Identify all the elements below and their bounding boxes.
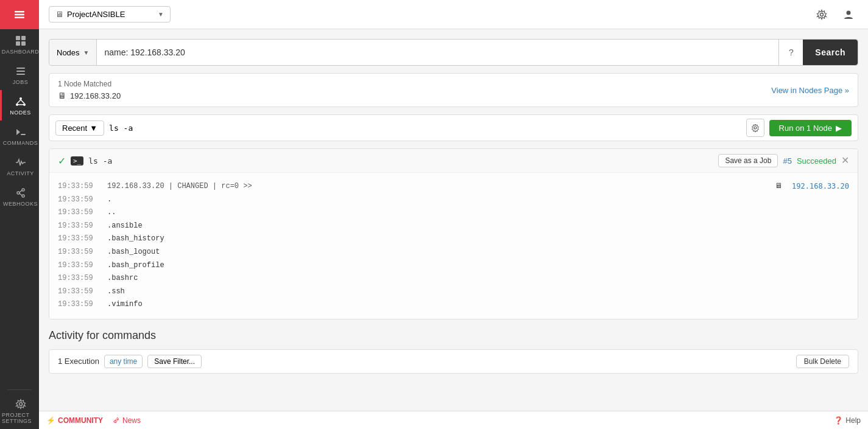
- result-row: 19:33:59.viminfo: [58, 298, 849, 312]
- svg-rect-4: [21, 36, 26, 40]
- svg-marker-16: [16, 129, 20, 135]
- help-link[interactable]: ❓ Help: [834, 416, 861, 425]
- search-submit-button[interactable]: Search: [803, 40, 858, 65]
- search-input-display[interactable]: name: 192.168.33.20: [97, 40, 778, 65]
- recent-dropdown-icon: ▼: [90, 124, 97, 133]
- result-job-link[interactable]: #5: [783, 156, 791, 166]
- result-row: 19:33:59.: [58, 194, 849, 207]
- node-host-address: 192.168.33.20: [70, 91, 121, 100]
- execution-count: 1 Execution: [58, 357, 99, 366]
- result-time: 19:33:59: [58, 232, 97, 246]
- view-nodes-link[interactable]: View in Nodes Page »: [771, 86, 849, 95]
- recent-button[interactable]: Recent ▼: [55, 120, 104, 136]
- result-row: 19:33:59..: [58, 206, 849, 220]
- svg-point-23: [19, 403, 22, 406]
- result-content: 192.168.33.20 | CHANGED | rc=0 >>: [107, 180, 252, 194]
- activity-title: Activity for commands: [49, 329, 858, 342]
- community-link[interactable]: ⚡ COMMUNITY: [46, 416, 103, 425]
- svg-rect-7: [16, 68, 25, 69]
- news-icon: 🗞: [113, 416, 120, 425]
- search-help-button[interactable]: ?: [778, 40, 803, 65]
- command-bar: Recent ▼ Run on 1 Node ▶: [49, 114, 858, 141]
- result-header: ✓ >_ ls -a Save as a Job #5 Succeeded ✕: [49, 149, 858, 173]
- result-success-icon: ✓: [58, 155, 66, 167]
- result-close-button[interactable]: ✕: [841, 156, 849, 166]
- result-host-link[interactable]: 192.168.33.20: [792, 180, 849, 194]
- node-matched-bar: 1 Node Matched 🖥 192.168.33.20 View in N…: [49, 73, 858, 107]
- svg-point-20: [22, 195, 24, 197]
- result-content: .bashrc: [107, 272, 138, 285]
- help-icon: ?: [789, 47, 794, 57]
- sidebar-item-nodes[interactable]: NODES: [0, 90, 39, 120]
- sidebar-item-webhooks[interactable]: WEBHOOKS: [0, 181, 39, 212]
- svg-point-24: [820, 13, 824, 16]
- result-row: 19:33:59.bash_history: [58, 232, 849, 246]
- community-label: COMMUNITY: [58, 416, 103, 425]
- svg-point-18: [17, 192, 19, 194]
- sidebar-label-webhooks: WEBHOOKS: [3, 201, 38, 207]
- nodes-dropdown-icon: ▼: [83, 49, 90, 56]
- save-filter-button[interactable]: Save Filter...: [147, 355, 202, 368]
- save-job-button[interactable]: Save as a Job: [718, 154, 778, 167]
- result-content: ..: [107, 206, 116, 220]
- result-command-label: ls -a: [88, 156, 112, 166]
- result-time: 19:33:59: [58, 194, 97, 207]
- sidebar-label-nodes: NODES: [10, 110, 31, 116]
- sidebar-item-jobs[interactable]: JOBS: [0, 60, 39, 90]
- community-icon: ⚡: [46, 416, 55, 425]
- result-time: 19:33:59: [58, 298, 97, 312]
- bulk-delete-button[interactable]: Bulk Delete: [796, 355, 849, 368]
- sidebar-item-project-settings[interactable]: PROJECT SETTINGS: [0, 392, 39, 429]
- result-content: .viminfo: [107, 298, 143, 312]
- user-button[interactable]: [839, 5, 858, 24]
- svg-rect-2: [15, 17, 24, 19]
- command-input[interactable]: [109, 124, 741, 133]
- result-rows-container: 19:33:59.19:33:59..19:33:59.ansible19:33…: [58, 194, 849, 312]
- run-label: Run on 1 Node: [779, 124, 832, 133]
- bottombar: ⚡ COMMUNITY 🗞 News ❓ Help: [39, 411, 868, 429]
- svg-rect-6: [21, 41, 26, 46]
- news-link[interactable]: 🗞 News: [113, 416, 141, 425]
- sidebar-item-dashboard[interactable]: DASHBOARD: [0, 29, 39, 60]
- result-row: 19:33:59.bash_profile: [58, 259, 849, 273]
- project-selector[interactable]: 🖥 ProjectANSIBLE ▼: [49, 6, 171, 23]
- svg-rect-1: [15, 14, 24, 16]
- svg-rect-3: [16, 36, 20, 40]
- sidebar-item-commands[interactable]: COMMANDS: [0, 120, 39, 151]
- activity-section: Activity for commands 1 Execution any ti…: [49, 329, 858, 374]
- settings-button[interactable]: [812, 5, 831, 24]
- svg-rect-5: [16, 41, 20, 46]
- result-row: 19:33:59.ansible: [58, 220, 849, 233]
- svg-point-26: [754, 127, 757, 129]
- sidebar-bottom: PROJECT SETTINGS: [0, 387, 39, 429]
- activity-filter-bar: 1 Execution any time Save Filter... Bulk…: [49, 349, 858, 374]
- svg-line-13: [17, 100, 21, 103]
- search-query-text: name: 192.168.33.20: [104, 47, 185, 57]
- svg-point-25: [847, 10, 851, 15]
- result-content: .bash_profile: [107, 259, 164, 273]
- result-time: 19:33:59: [58, 206, 97, 220]
- svg-rect-0: [15, 11, 24, 13]
- sidebar-label-dashboard: DASHBOARD: [2, 49, 40, 55]
- svg-rect-17: [21, 134, 26, 135]
- svg-line-21: [19, 190, 22, 192]
- svg-rect-9: [16, 74, 25, 75]
- sidebar-label-activity: ACTIVITY: [7, 170, 34, 176]
- nodes-filter-button[interactable]: Nodes ▼: [49, 40, 97, 65]
- svg-point-19: [22, 189, 24, 191]
- result-row: 19:33:59.ssh: [58, 285, 849, 299]
- sidebar: DASHBOARD JOBS NODES COMMANDS: [0, 0, 39, 429]
- sidebar-item-activity[interactable]: ACTIVITY: [0, 151, 39, 181]
- command-settings-button[interactable]: [746, 119, 764, 137]
- result-content: .ssh: [107, 285, 125, 299]
- search-bar: Nodes ▼ name: 192.168.33.20 ? Search: [49, 39, 858, 66]
- any-time-button[interactable]: any time: [104, 355, 143, 368]
- run-button[interactable]: Run on 1 Node ▶: [769, 120, 852, 136]
- result-content: .ansible: [107, 220, 143, 233]
- main-area: 🖥 ProjectANSIBLE ▼ Nodes ▼: [39, 0, 868, 429]
- result-time: 19:33:59: [58, 246, 97, 259]
- svg-line-22: [19, 194, 22, 195]
- content-area: Nodes ▼ name: 192.168.33.20 ? Search 1 N…: [39, 29, 868, 411]
- sidebar-logo[interactable]: [0, 0, 39, 29]
- help-label: Help: [845, 416, 861, 425]
